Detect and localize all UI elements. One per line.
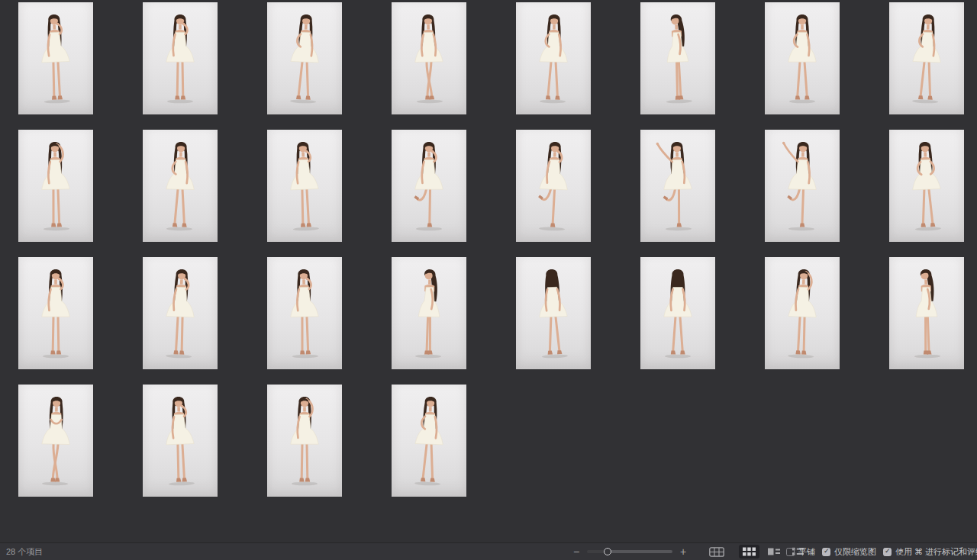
option-1[interactable]: 平铺 [786,546,815,558]
option-label[interactable]: 使用 ⌘ 进行标记和评级 [895,546,977,558]
photo-thumbnail[interactable] [640,130,715,242]
photo-thumbnail[interactable] [516,2,591,114]
option-label[interactable]: 平铺 [798,546,815,558]
item-count-label: 28 个项目 [6,546,43,558]
photo-thumbnail[interactable] [143,257,218,369]
zoom-slider-knob[interactable] [604,548,611,555]
photo-thumbnail[interactable] [889,130,964,242]
photo-thumbnail[interactable] [392,257,466,369]
thumbnail-view-button[interactable] [739,545,759,558]
photo-thumbnail[interactable] [267,257,342,369]
content-view-icon [768,547,780,556]
photo-thumbnail[interactable] [143,2,218,114]
photo-thumbnail[interactable] [18,385,93,497]
checkbox-icon[interactable] [786,548,795,556]
option-3[interactable]: 使用 ⌘ 进行标记和评级 [883,546,977,558]
thumbnail-view-icon [743,547,756,556]
photo-thumbnail[interactable] [267,130,342,242]
status-bar: 28 个项目 − + 平铺仅限缩览图使用 ⌘ 进行标记和评级 [0,542,977,560]
photo-thumbnail[interactable] [516,257,591,369]
photo-thumbnail[interactable] [18,130,93,242]
photo-browser-window: 28 个项目 − + 平铺仅限缩览图使用 ⌘ 进行标记和评级 [0,0,977,560]
checkbox-checked-icon[interactable] [883,548,892,556]
photo-thumbnail[interactable] [143,130,218,242]
thumbnail-grid [18,2,964,497]
photo-thumbnail[interactable] [267,385,342,497]
options-group: 平铺仅限缩览图使用 ⌘ 进行标记和评级 [786,543,977,560]
photo-thumbnail[interactable] [765,130,840,242]
table-view-button[interactable] [705,545,728,559]
table-view-icon [709,547,724,557]
photo-thumbnail[interactable] [143,385,218,497]
photo-thumbnail[interactable] [18,257,93,369]
option-label[interactable]: 仅限缩览图 [834,546,876,558]
zoom-slider[interactable] [587,550,672,553]
photo-thumbnail[interactable] [516,130,591,242]
option-2[interactable]: 仅限缩览图 [822,546,876,558]
photo-thumbnail[interactable] [640,2,715,114]
zoom-in-button[interactable]: + [678,543,688,560]
photo-thumbnail[interactable] [18,2,93,114]
zoom-out-button[interactable]: − [571,543,582,560]
checkbox-checked-icon[interactable] [822,548,830,556]
photo-thumbnail[interactable] [392,130,466,242]
photo-thumbnail[interactable] [889,257,964,369]
content-view-button[interactable] [764,545,784,558]
photo-thumbnail[interactable] [640,257,715,369]
photo-thumbnail[interactable] [392,2,466,114]
photo-thumbnail[interactable] [267,2,342,114]
photo-thumbnail[interactable] [392,385,466,497]
photo-thumbnail[interactable] [889,2,964,114]
zoom-slider-group: − + [571,543,688,560]
photo-thumbnail[interactable] [765,257,840,369]
photo-thumbnail[interactable] [765,2,840,114]
